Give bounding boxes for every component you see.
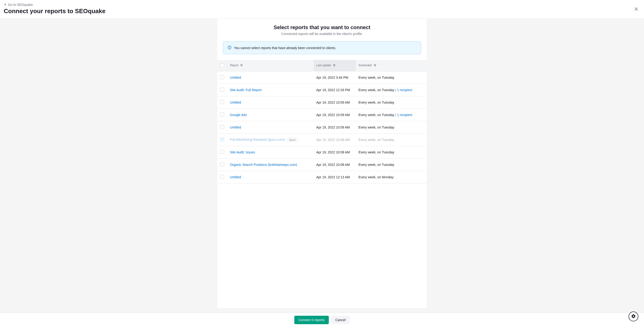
row-checkbox-cell [217,171,227,183]
row-checkbox-cell [217,134,227,146]
panel-subtitle: Connected reports will be available in t… [223,32,421,36]
row-checkbox-cell [217,109,227,121]
settings-fab[interactable] [628,311,638,321]
last-update-cell: Apr 19, 2022 3:44 PM [314,71,356,84]
scheduled-text: Every week, on Tuesday [358,138,394,142]
separator: | [395,113,396,117]
report-name-cell: Full Advertising Research (gucci.com)Guc… [227,134,314,146]
scheduled-cell: Every week, on Tuesday [356,146,427,159]
recipients-link[interactable]: 1 recipient [397,113,412,117]
row-checkbox-cell [217,159,227,171]
row-checkbox[interactable] [220,100,224,104]
select-all-checkbox[interactable] [220,63,224,67]
row-checkbox[interactable] [220,88,224,92]
report-tag: Gucci [287,138,298,142]
row-checkbox[interactable] [220,162,224,166]
info-icon [228,45,232,50]
page-title: Connect your reports to SEOquake [4,8,640,15]
panel-title: Select reports that you want to connect [223,25,421,31]
row-checkbox[interactable] [220,150,224,154]
gear-icon [631,314,636,319]
separator: | [395,88,396,92]
main-panel: Select reports that you want to connect … [217,19,427,308]
header-last-update[interactable]: Last update [314,60,356,71]
close-icon [634,9,639,12]
connect-button[interactable]: Connect 0 reports [294,316,329,324]
table-row: UntitledApr 19, 2022 10:09 AMEvery week,… [217,121,427,134]
report-link[interactable]: Full Advertising Research (gucci.com) [230,138,285,141]
report-name-cell: Untitled [227,96,314,109]
scheduled-cell: Every week, on Tuesday [356,134,427,146]
scheduled-cell: Every week, on Monday [356,171,427,183]
row-checkbox-cell [217,146,227,159]
scheduled-text: Every week, on Tuesday [358,163,394,167]
arrow-left-icon [4,3,6,7]
row-checkbox[interactable] [220,175,224,179]
scheduled-cell: Every week, on Tuesday [356,71,427,84]
last-update-cell: Apr 19, 2022 10:08 AM [314,159,356,171]
table-row: UntitledApr 19, 2022 10:09 AMEvery week,… [217,96,427,109]
report-link[interactable]: Untitled [230,125,241,129]
svg-point-1 [230,47,230,47]
footer-bar: Connect 0 reports Cancel [0,313,644,327]
last-update-cell: Apr 19, 2022 10:09 AM [314,109,356,121]
scheduled-cell: Every week, on Tuesday [356,159,427,171]
scheduled-text: Every week, on Tuesday [358,113,394,117]
last-update-cell: Apr 19, 2022 12:13 AM [314,171,356,183]
report-name-cell: Untitled [227,171,314,183]
scheduled-text: Every week, on Tuesday [358,88,394,92]
report-link[interactable]: Organic Search Positions (britishairways… [230,163,297,167]
report-name-cell: Google Ads [227,109,314,121]
table-row: Full Advertising Research (gucci.com)Guc… [217,134,427,146]
back-link[interactable]: Go to SEOquake [4,3,33,7]
row-checkbox-cell [217,84,227,96]
report-name-cell: Site Audit: Full Report [227,84,314,96]
sort-icon [240,64,243,67]
scheduled-text: Every week, on Tuesday [358,150,394,154]
row-checkbox[interactable] [220,113,224,117]
top-bar: Go to SEOquake Connect your reports to S… [0,0,644,19]
scheduled-cell: Every week, on Tuesday|1 recipient [356,109,427,121]
table-row: Organic Search Positions (britishairways… [217,159,427,171]
scheduled-cell: Every week, on Tuesday|1 recipient [356,84,427,96]
recipients-link[interactable]: 1 recipient [397,88,412,92]
header-report-label: Report [230,64,238,67]
report-name-cell: Site Audit: Issues [227,146,314,159]
report-name-cell: Untitled [227,121,314,134]
report-link[interactable]: Untitled [230,76,241,79]
report-link[interactable]: Google Ads [230,113,247,117]
last-update-cell: Apr 19, 2022 10:08 AM [314,134,356,146]
table-row: UntitledApr 19, 2022 12:13 AMEvery week,… [217,171,427,183]
scheduled-cell: Every week, on Tuesday [356,121,427,134]
header-scheduled[interactable]: Scheduled [356,60,427,71]
last-update-cell: Apr 19, 2022 12:33 PM [314,84,356,96]
report-link[interactable]: Site Audit: Issues [230,150,255,154]
last-update-cell: Apr 19, 2022 10:09 AM [314,121,356,134]
table-row: Google AdsApr 19, 2022 10:09 AMEvery wee… [217,109,427,121]
report-link[interactable]: Site Audit: Full Report [230,88,262,92]
header-last-update-label: Last update [316,64,331,67]
cancel-button[interactable]: Cancel [331,316,350,324]
header-report[interactable]: Report [227,60,314,71]
info-text: You cannot select reports that have alre… [234,46,336,50]
sort-icon [374,64,376,67]
report-link[interactable]: Untitled [230,101,241,104]
reports-table: Report Last update Scheduled [217,60,427,183]
report-link[interactable]: Untitled [230,175,241,179]
scheduled-text: Every week, on Tuesday [358,76,394,79]
last-update-cell: Apr 19, 2022 10:08 AM [314,146,356,159]
info-box: You cannot select reports that have alre… [223,41,421,54]
close-button[interactable] [632,5,640,14]
panel-head: Select reports that you want to connect … [217,25,427,36]
table-row: Site Audit: Full ReportApr 19, 2022 12:3… [217,84,427,96]
row-checkbox-cell [217,96,227,109]
last-update-cell: Apr 19, 2022 10:09 AM [314,96,356,109]
row-checkbox[interactable] [220,75,224,79]
scheduled-cell: Every week, on Tuesday [356,96,427,109]
scheduled-text: Every week, on Tuesday [358,101,394,104]
row-checkbox[interactable] [220,125,224,129]
row-checkbox-cell [217,71,227,84]
header-checkbox-cell [217,60,227,71]
row-checkbox-cell [217,121,227,134]
report-name-cell: Organic Search Positions (britishairways… [227,159,314,171]
